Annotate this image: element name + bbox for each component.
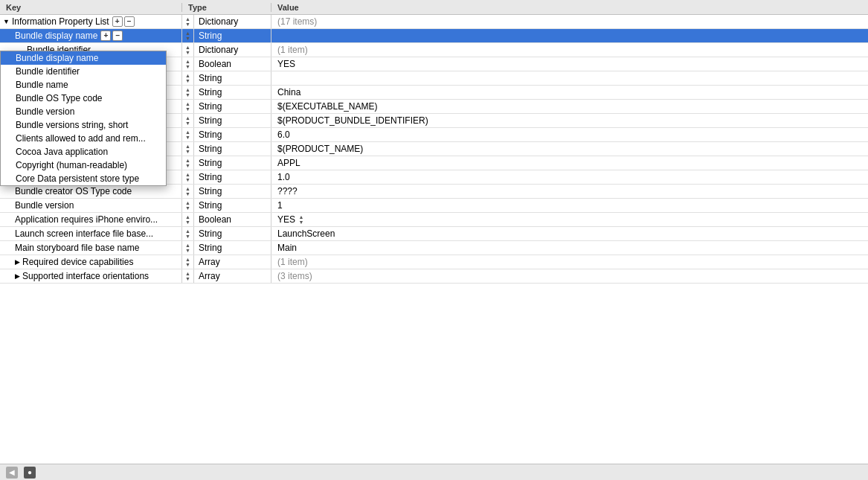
- remove-icon[interactable]: −: [124, 16, 135, 27]
- row-key: ▶Required device capabilities: [0, 255, 182, 269]
- table-row[interactable]: Bundle version▲▼String1: [0, 199, 868, 213]
- table-row[interactable]: Application requires iPhone enviro...▲▼B…: [0, 213, 868, 227]
- dot-icon[interactable]: ●: [24, 467, 36, 479]
- dropdown-item[interactable]: Bundle identifier: [1, 65, 166, 78]
- table-row[interactable]: ▼Information Property List + − ▲▼Diction…: [0, 15, 868, 29]
- dropdown-item[interactable]: Bundle name: [1, 78, 166, 92]
- stepper-arrows[interactable]: ▲▼: [185, 186, 190, 196]
- table-row[interactable]: Bundle creator OS Type code▲▼String????: [0, 185, 868, 199]
- stepper-arrows[interactable]: ▲▼: [185, 271, 190, 281]
- autocomplete-dropdown[interactable]: Bundle display nameBundle identifierBund…: [0, 51, 167, 186]
- stepper-arrows[interactable]: ▲▼: [185, 115, 190, 126]
- dropdown-item[interactable]: Bundle display name: [1, 51, 166, 65]
- table-body: ▼Information Property List + − ▲▼Diction…: [0, 15, 868, 464]
- plus-minus-icons[interactable]: + −: [100, 31, 123, 41]
- row-key: ▼Information Property List + −: [0, 15, 182, 28]
- stepper-arrows[interactable]: ▲▼: [185, 16, 190, 27]
- row-order-stepper[interactable]: ▲▼: [182, 199, 194, 212]
- row-order-stepper[interactable]: ▲▼: [182, 185, 194, 198]
- stepper-arrows[interactable]: ▲▼: [185, 31, 190, 41]
- stepper-arrows[interactable]: ▲▼: [185, 200, 190, 211]
- stepper-arrows[interactable]: ▲▼: [185, 129, 190, 140]
- table-row[interactable]: Bundle display name + − ▲▼String: [0, 29, 868, 43]
- value-stepper[interactable]: ▲▼: [295, 213, 307, 226]
- row-order-stepper[interactable]: ▲▼: [182, 57, 194, 71]
- stepper-arrows[interactable]: ▲▼: [185, 73, 190, 83]
- stepper-arrows[interactable]: ▲▼: [185, 243, 190, 253]
- row-value: LaunchScreen: [271, 227, 868, 240]
- row-value: (3 items): [271, 269, 868, 283]
- stepper-arrows[interactable]: ▲▼: [185, 172, 190, 182]
- row-order-stepper[interactable]: ▲▼: [182, 170, 194, 184]
- stepper-arrows[interactable]: ▲▼: [185, 45, 190, 55]
- row-order-stepper[interactable]: ▲▼: [182, 71, 194, 85]
- row-value: YES: [271, 57, 868, 71]
- header-value: Value: [271, 3, 868, 12]
- row-type: String: [194, 156, 271, 170]
- row-order-stepper[interactable]: ▲▼: [182, 255, 194, 269]
- remove-icon[interactable]: −: [112, 31, 123, 41]
- row-order-stepper[interactable]: ▲▼: [182, 241, 194, 255]
- stepper-arrows[interactable]: ▲▼: [185, 214, 190, 225]
- row-order-stepper[interactable]: ▲▼: [182, 43, 194, 57]
- stepper-arrows[interactable]: ▲▼: [185, 144, 190, 154]
- row-value: $(EXECUTABLE_NAME): [271, 100, 868, 113]
- disclosure-triangle[interactable]: ▼: [3, 18, 10, 25]
- stepper-arrows[interactable]: ▲▼: [185, 257, 190, 267]
- row-value: 1: [271, 199, 868, 212]
- key-label: Bundle display name: [15, 31, 97, 41]
- stepper-arrows[interactable]: ▲▼: [185, 228, 190, 239]
- row-order-stepper[interactable]: ▲▼: [182, 100, 194, 113]
- add-icon[interactable]: +: [100, 31, 111, 41]
- table-row[interactable]: ▶Supported interface orientations▲▼Array…: [0, 269, 868, 284]
- stepper-arrows[interactable]: ▲▼: [185, 101, 190, 112]
- row-order-stepper[interactable]: ▲▼: [182, 227, 194, 240]
- dropdown-item[interactable]: Clients allowed to add and rem...: [1, 132, 166, 145]
- row-type: String: [194, 199, 271, 212]
- table-row[interactable]: Main storyboard file base name▲▼StringMa…: [0, 241, 868, 255]
- header-type: Type: [182, 3, 271, 12]
- row-order-stepper[interactable]: ▲▼: [182, 86, 194, 99]
- row-key: ▶Supported interface orientations: [0, 269, 182, 283]
- table-header: Key Type Value: [0, 0, 868, 15]
- key-label: Required device capabilities: [22, 257, 133, 267]
- bottom-bar: ◀ ●: [0, 464, 868, 480]
- row-value: (1 item): [271, 255, 868, 269]
- disclosure-triangle[interactable]: ▶: [15, 272, 20, 280]
- row-order-stepper[interactable]: ▲▼: [182, 114, 194, 127]
- row-type: Dictionary: [194, 43, 271, 57]
- stepper-arrows[interactable]: ▲▼: [185, 158, 190, 168]
- row-order-stepper[interactable]: ▲▼: [182, 128, 194, 141]
- row-order-stepper[interactable]: ▲▼: [182, 213, 194, 226]
- row-order-stepper[interactable]: ▲▼: [182, 15, 194, 28]
- back-icon[interactable]: ◀: [6, 467, 18, 479]
- key-label: Bundle version: [15, 200, 74, 211]
- table-row[interactable]: Launch screen interface file base...▲▼St…: [0, 227, 868, 241]
- disclosure-triangle[interactable]: ▶: [15, 258, 20, 266]
- stepper-arrows[interactable]: ▲▼: [299, 214, 304, 225]
- plus-minus-icons[interactable]: + −: [112, 16, 135, 27]
- stepper-arrows[interactable]: ▲▼: [185, 87, 190, 97]
- row-order-stepper[interactable]: ▲▼: [182, 269, 194, 283]
- key-label: Information Property List: [12, 16, 109, 27]
- row-type: String: [194, 71, 271, 85]
- row-value: (17 items): [271, 15, 868, 28]
- row-value: 6.0: [271, 128, 868, 141]
- add-icon[interactable]: +: [112, 16, 123, 27]
- row-key: Application requires iPhone enviro...: [0, 213, 182, 226]
- row-key: Launch screen interface file base...: [0, 227, 182, 240]
- row-value: [271, 29, 868, 42]
- stepper-arrows[interactable]: ▲▼: [185, 59, 190, 69]
- table-row[interactable]: ▶Required device capabilities▲▼Array(1 i…: [0, 255, 868, 269]
- dropdown-item[interactable]: Cocoa Java application: [1, 145, 166, 159]
- row-order-stepper[interactable]: ▲▼: [182, 156, 194, 170]
- dropdown-item[interactable]: Core Data persistent store type: [1, 172, 166, 185]
- row-order-stepper[interactable]: ▲▼: [182, 29, 194, 42]
- dropdown-item[interactable]: Bundle OS Type code: [1, 92, 166, 105]
- row-key: Bundle creator OS Type code: [0, 185, 182, 198]
- dropdown-item[interactable]: Bundle versions string, short: [1, 118, 166, 132]
- key-label: Application requires iPhone enviro...: [15, 214, 158, 225]
- dropdown-item[interactable]: Copyright (human-readable): [1, 159, 166, 172]
- row-order-stepper[interactable]: ▲▼: [182, 142, 194, 156]
- dropdown-item[interactable]: Bundle version: [1, 105, 166, 118]
